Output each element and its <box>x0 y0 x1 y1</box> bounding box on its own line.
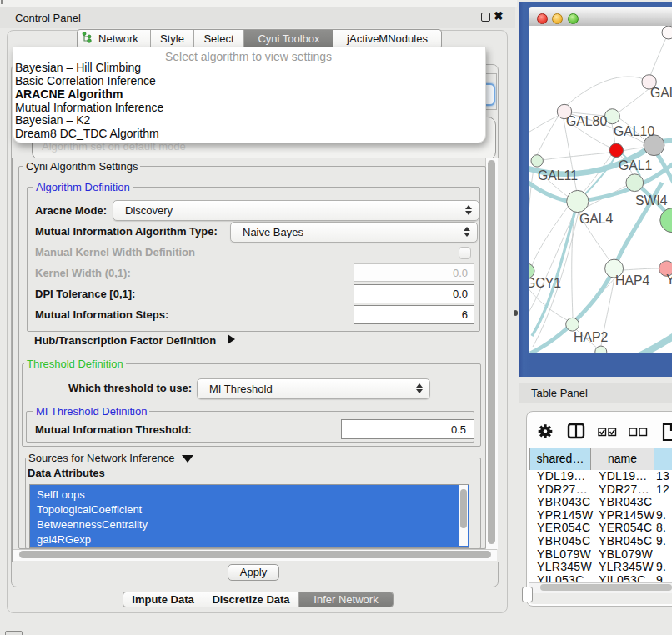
svg-text:GAL10: GAL10 <box>614 124 654 138</box>
svg-text:GAL: GAL <box>650 86 672 100</box>
svg-text:GAL1: GAL1 <box>619 158 653 172</box>
svg-text:GAL80: GAL80 <box>566 114 607 128</box>
svg-text:GAL4: GAL4 <box>579 212 614 226</box>
svg-text:SWI4: SWI4 <box>635 193 668 208</box>
svg-text:HAP4: HAP4 <box>615 273 649 288</box>
svg-text:HAP2: HAP2 <box>574 330 608 344</box>
svg-text:GAL11: GAL11 <box>538 168 578 182</box>
svg-text:Y: Y <box>666 272 672 287</box>
svg-text:GCY1: GCY1 <box>529 276 561 290</box>
